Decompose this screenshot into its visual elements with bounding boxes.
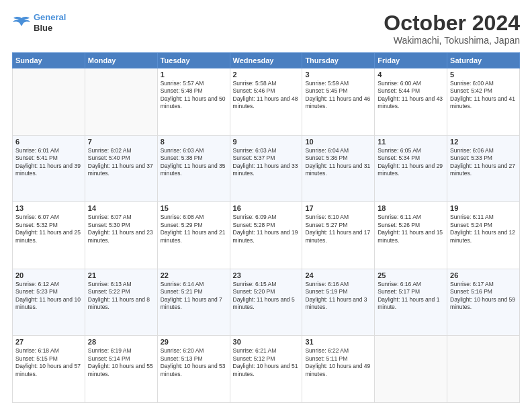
cell-content: Sunrise: 6:15 AM Sunset: 5:20 PM Dayligh… [233,281,300,312]
day-number: 4 [378,71,444,79]
calendar-cell: 16Sunrise: 6:09 AM Sunset: 5:28 PM Dayli… [230,202,302,269]
day-number: 14 [88,204,154,212]
logo-icon [12,15,31,30]
day-header-thursday: Thursday [302,53,375,68]
cell-content: Sunrise: 6:11 AM Sunset: 5:26 PM Dayligh… [378,214,444,244]
calendar-cell: 10Sunrise: 6:04 AM Sunset: 5:36 PM Dayli… [302,135,375,202]
calendar-cell: 11Sunrise: 6:05 AM Sunset: 5:34 PM Dayli… [375,135,447,202]
day-number: 29 [161,338,227,346]
calendar-cell: 1Sunrise: 5:57 AM Sunset: 5:48 PM Daylig… [157,68,230,136]
day-number: 8 [161,138,227,146]
calendar-cell: 15Sunrise: 6:08 AM Sunset: 5:29 PM Dayli… [157,202,230,269]
calendar-cell: 5Sunrise: 6:00 AM Sunset: 5:42 PM Daylig… [447,68,520,136]
calendar-week-row: 13Sunrise: 6:07 AM Sunset: 5:32 PM Dayli… [13,202,520,269]
cell-content: Sunrise: 6:05 AM Sunset: 5:34 PM Dayligh… [378,147,444,178]
calendar-cell [13,68,85,136]
title-block: October 2024 Wakimachi, Tokushima, Japan [384,12,520,46]
calendar-cell: 2Sunrise: 5:58 AM Sunset: 5:46 PM Daylig… [230,68,302,136]
cell-content: Sunrise: 6:16 AM Sunset: 5:19 PM Dayligh… [305,281,371,312]
day-number: 3 [305,71,371,79]
logo-line1: General [34,12,66,22]
day-number: 28 [88,338,154,346]
cell-content: Sunrise: 6:10 AM Sunset: 5:27 PM Dayligh… [305,214,371,244]
calendar-cell: 8Sunrise: 6:03 AM Sunset: 5:38 PM Daylig… [157,135,230,202]
day-number: 19 [450,204,517,212]
location: Wakimachi, Tokushima, Japan [384,35,520,46]
calendar-cell: 21Sunrise: 6:13 AM Sunset: 5:22 PM Dayli… [85,269,157,336]
calendar-cell: 31Sunrise: 6:22 AM Sunset: 5:11 PM Dayli… [302,336,375,403]
cell-content: Sunrise: 5:57 AM Sunset: 5:48 PM Dayligh… [161,80,227,111]
day-header-tuesday: Tuesday [157,53,230,68]
cell-content: Sunrise: 6:02 AM Sunset: 5:40 PM Dayligh… [88,147,154,178]
day-number: 15 [161,204,227,212]
calendar-table: SundayMondayTuesdayWednesdayThursdayFrid… [12,52,520,403]
day-number: 26 [450,271,517,279]
calendar-cell: 20Sunrise: 6:12 AM Sunset: 5:23 PM Dayli… [13,269,85,336]
day-number: 16 [233,204,300,212]
calendar-cell: 27Sunrise: 6:18 AM Sunset: 5:15 PM Dayli… [13,336,85,403]
calendar-cell [375,336,447,403]
calendar-cell: 7Sunrise: 6:02 AM Sunset: 5:40 PM Daylig… [85,135,157,202]
day-header-wednesday: Wednesday [230,53,302,68]
calendar-cell: 3Sunrise: 5:59 AM Sunset: 5:45 PM Daylig… [302,68,375,136]
day-number: 9 [233,138,300,146]
calendar-cell: 19Sunrise: 6:11 AM Sunset: 5:24 PM Dayli… [447,202,520,269]
day-number: 30 [233,338,300,346]
cell-content: Sunrise: 6:11 AM Sunset: 5:24 PM Dayligh… [450,214,517,244]
day-number: 10 [305,138,371,146]
day-number: 23 [233,271,300,279]
calendar-week-row: 27Sunrise: 6:18 AM Sunset: 5:15 PM Dayli… [13,336,520,403]
day-number: 13 [15,204,82,212]
day-header-friday: Friday [375,53,447,68]
day-number: 22 [161,271,227,279]
calendar-cell: 23Sunrise: 6:15 AM Sunset: 5:20 PM Dayli… [230,269,302,336]
page: General Blue October 2024 Wakimachi, Tok… [0,0,532,411]
calendar-cell: 9Sunrise: 6:03 AM Sunset: 5:37 PM Daylig… [230,135,302,202]
cell-content: Sunrise: 5:58 AM Sunset: 5:46 PM Dayligh… [233,80,300,111]
cell-content: Sunrise: 6:08 AM Sunset: 5:29 PM Dayligh… [161,214,227,244]
cell-content: Sunrise: 6:00 AM Sunset: 5:42 PM Dayligh… [450,80,517,111]
cell-content: Sunrise: 6:17 AM Sunset: 5:16 PM Dayligh… [450,281,517,312]
day-number: 12 [450,138,517,146]
day-header-sunday: Sunday [13,53,85,68]
day-number: 18 [378,204,444,212]
calendar-cell: 24Sunrise: 6:16 AM Sunset: 5:19 PM Dayli… [302,269,375,336]
calendar-cell [447,336,520,403]
cell-content: Sunrise: 6:20 AM Sunset: 5:13 PM Dayligh… [161,347,227,378]
cell-content: Sunrise: 5:59 AM Sunset: 5:45 PM Dayligh… [305,80,371,111]
calendar-cell: 12Sunrise: 6:06 AM Sunset: 5:33 PM Dayli… [447,135,520,202]
calendar-cell: 4Sunrise: 6:00 AM Sunset: 5:44 PM Daylig… [375,68,447,136]
day-number: 7 [88,138,154,146]
cell-content: Sunrise: 6:21 AM Sunset: 5:12 PM Dayligh… [233,347,300,378]
cell-content: Sunrise: 6:14 AM Sunset: 5:21 PM Dayligh… [161,281,227,312]
calendar-cell: 22Sunrise: 6:14 AM Sunset: 5:21 PM Dayli… [157,269,230,336]
calendar-cell: 29Sunrise: 6:20 AM Sunset: 5:13 PM Dayli… [157,336,230,403]
day-number: 17 [305,204,371,212]
calendar-cell: 18Sunrise: 6:11 AM Sunset: 5:26 PM Dayli… [375,202,447,269]
calendar-week-row: 6Sunrise: 6:01 AM Sunset: 5:41 PM Daylig… [13,135,520,202]
calendar-cell [85,68,157,136]
cell-content: Sunrise: 6:09 AM Sunset: 5:28 PM Dayligh… [233,214,300,244]
cell-content: Sunrise: 6:06 AM Sunset: 5:33 PM Dayligh… [450,147,517,178]
calendar-cell: 14Sunrise: 6:07 AM Sunset: 5:30 PM Dayli… [85,202,157,269]
day-header-monday: Monday [85,53,157,68]
day-number: 24 [305,271,371,279]
logo-line2: Blue [34,23,66,34]
logo-text: General Blue [34,12,66,33]
day-number: 2 [233,71,300,79]
day-number: 5 [450,71,517,79]
calendar-week-row: 1Sunrise: 5:57 AM Sunset: 5:48 PM Daylig… [13,68,520,136]
day-number: 6 [15,138,82,146]
calendar-week-row: 20Sunrise: 6:12 AM Sunset: 5:23 PM Dayli… [13,269,520,336]
calendar-cell: 13Sunrise: 6:07 AM Sunset: 5:32 PM Dayli… [13,202,85,269]
calendar-cell: 30Sunrise: 6:21 AM Sunset: 5:12 PM Dayli… [230,336,302,403]
day-number: 1 [161,71,227,79]
calendar-cell: 17Sunrise: 6:10 AM Sunset: 5:27 PM Dayli… [302,202,375,269]
cell-content: Sunrise: 6:22 AM Sunset: 5:11 PM Dayligh… [305,347,371,378]
cell-content: Sunrise: 6:19 AM Sunset: 5:14 PM Dayligh… [88,347,154,378]
cell-content: Sunrise: 6:04 AM Sunset: 5:36 PM Dayligh… [305,147,371,178]
cell-content: Sunrise: 6:12 AM Sunset: 5:23 PM Dayligh… [15,281,82,312]
day-number: 31 [305,338,371,346]
cell-content: Sunrise: 6:07 AM Sunset: 5:30 PM Dayligh… [88,214,154,244]
day-number: 11 [378,138,444,146]
